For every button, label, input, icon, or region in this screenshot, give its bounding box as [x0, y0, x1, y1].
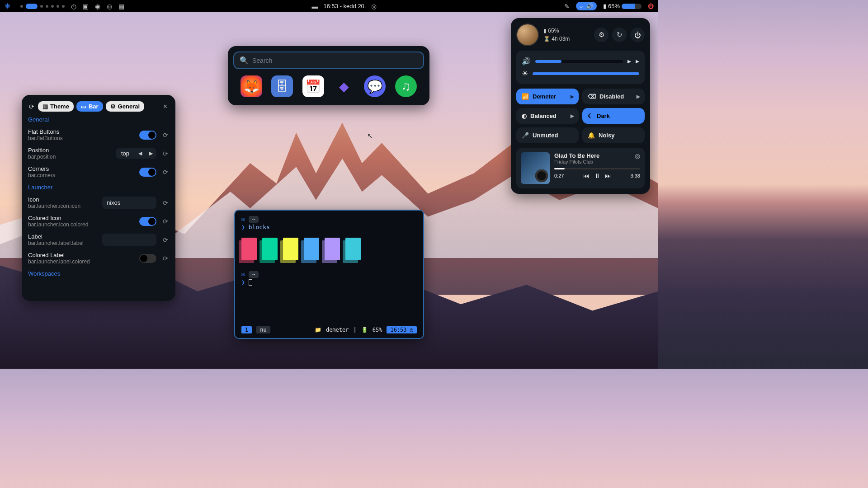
media-duration: 3:38	[631, 173, 640, 178]
battery-icon: ▮	[603, 3, 606, 9]
prev-track-icon[interactable]: ⏮	[583, 172, 590, 179]
reload-icon[interactable]: ⟳	[28, 103, 35, 110]
app-obsidian[interactable]: ◆	[333, 75, 355, 97]
chevron-right-icon: ▶	[571, 94, 574, 99]
play-pause-icon[interactable]: ⏸	[594, 172, 600, 179]
settings-button[interactable]: ⚙	[594, 28, 609, 42]
setting-icon: Icon bar.launcher.icon.icon ⟳	[22, 193, 175, 212]
reset-icon[interactable]: ⟳	[162, 255, 169, 262]
terminal-status-bar: 1 nu 📁demeter | 🔋 65% 16:53 ◷	[241, 326, 417, 333]
tab-bar[interactable]: ▭ Bar	[76, 101, 103, 112]
user-avatar[interactable]	[516, 23, 539, 46]
network-volume-pill[interactable]: ⌵ 🔊	[576, 2, 597, 10]
battery-icon: ▮	[543, 28, 547, 34]
workspace-dot[interactable]	[51, 5, 54, 8]
app-spotify[interactable]: ♫	[395, 75, 417, 97]
record-tray-icon[interactable]: ◉	[95, 3, 100, 10]
label-input[interactable]	[102, 234, 156, 246]
close-button[interactable]: ×	[160, 102, 171, 112]
notes-tray-icon[interactable]: ▤	[118, 3, 124, 10]
app-calendar[interactable]: 📅	[302, 75, 324, 97]
position-stepper[interactable]: top ◀ ▶	[116, 148, 156, 159]
setting-label: Label bar.launcher.label.label ⟳	[22, 230, 175, 249]
reset-icon[interactable]: ⟳	[162, 199, 169, 206]
cwd-badge: ~	[249, 216, 259, 223]
media-progress[interactable]	[554, 168, 640, 169]
brightness-slider[interactable]	[533, 72, 639, 75]
app-discord[interactable]: 💬	[364, 75, 386, 97]
workspace-dot[interactable]	[40, 5, 43, 8]
volume-slider-row: 🔊 ▶ ▶	[522, 55, 639, 67]
media-widget: Glad To Be Here Friday Pilots Club ◎ 0:2…	[516, 148, 645, 188]
tab-general[interactable]: ⚙ General	[106, 101, 144, 112]
status-time: 16:53 ◷	[387, 326, 417, 333]
workspace-dot-active[interactable]	[26, 4, 38, 9]
icon-input[interactable]	[102, 197, 156, 209]
battery-indicator[interactable]: ▮ 65%	[603, 3, 642, 9]
screenshot-tray-icon[interactable]: ▣	[83, 3, 89, 10]
power-button[interactable]: ⏻	[630, 28, 645, 42]
chevron-right-icon: ▶	[637, 94, 640, 99]
launcher-icon[interactable]: ❄	[5, 2, 10, 10]
search-input[interactable]	[252, 57, 418, 64]
app-files[interactable]: 🗄	[271, 75, 293, 97]
toggle-corners[interactable]	[139, 168, 156, 177]
power-profile-tile[interactable]: ◐ Balanced ▶	[516, 108, 579, 124]
bell-icon: 🔔	[588, 132, 595, 139]
clock-text[interactable]: 16:53 - kedd 20.	[324, 3, 366, 9]
media-indicator-icon[interactable]: ◎	[371, 3, 377, 10]
album-art[interactable]	[521, 152, 550, 184]
tab-index: 1	[241, 326, 252, 333]
workspace-dot[interactable]	[46, 5, 48, 8]
app-firefox[interactable]: 🦊	[241, 75, 262, 97]
brightness-icon: ☀	[522, 69, 528, 78]
step-next[interactable]: ▶	[146, 149, 156, 158]
notification-icon[interactable]: ▬	[312, 3, 318, 10]
color-picker-icon[interactable]: ✎	[564, 3, 570, 10]
setting-position: Position bar.position top ◀ ▶ ⟳	[22, 144, 175, 163]
logout-button[interactable]: ↻	[612, 28, 627, 42]
workspace-dot[interactable]	[62, 5, 65, 8]
tab-theme[interactable]: ▥ Theme	[38, 101, 74, 112]
gauge-icon: ◐	[522, 113, 527, 119]
reset-icon[interactable]: ⟳	[162, 150, 169, 157]
spotify-icon[interactable]: ◎	[635, 152, 640, 160]
step-prev[interactable]: ◀	[135, 149, 146, 158]
workspace-dot[interactable]	[20, 5, 23, 8]
reset-icon[interactable]: ⟳	[162, 169, 169, 176]
setting-corners: Corners bar.corners ⟳	[22, 163, 175, 181]
bluetooth-icon: ⌫	[588, 93, 596, 100]
power-icon[interactable]: ⏻	[648, 3, 654, 9]
setting-colored-label: Colored Label bar.launcher.label.colored…	[22, 249, 175, 267]
reset-icon[interactable]: ⟳	[162, 236, 169, 244]
media-title: Glad To Be Here	[554, 152, 599, 159]
toggle-colored-icon[interactable]	[139, 217, 156, 226]
reset-icon[interactable]: ⟳	[162, 218, 169, 225]
microphone-tile[interactable]: 🎤 Unmuted	[516, 127, 579, 143]
workspace-dot[interactable]	[57, 5, 59, 8]
volume-slider[interactable]	[535, 60, 623, 63]
dnd-tile[interactable]: 🔔 Noisy	[582, 127, 645, 143]
dark-mode-tile[interactable]: ☾ Dark	[582, 108, 645, 124]
search-box[interactable]: 🔍	[233, 52, 424, 69]
setting-flat-buttons: Flat Buttons bar.flatButtons ⟳	[22, 126, 175, 144]
nix-prompt-icon: ❄	[241, 216, 245, 223]
clock-tray-icon[interactable]: ◷	[71, 3, 76, 10]
toggle-flat-buttons[interactable]	[139, 131, 156, 140]
next-track-icon[interactable]: ⏭	[605, 172, 611, 179]
terminal-window[interactable]: ❄ ~ ❯ blocks ❄ ~ ❯ 1 nu 📁demeter | 🔋 65%…	[234, 210, 424, 339]
settings-panel: ⟳ ▥ Theme ▭ Bar ⚙ General × General Flat…	[22, 95, 175, 301]
time-icon: ⏳	[543, 36, 550, 42]
wifi-tile[interactable]: 📶 Demeter ▶	[516, 89, 579, 104]
workspace-indicator[interactable]	[20, 4, 65, 9]
section-workspaces: Workspaces	[22, 267, 175, 280]
toggle-colored-label[interactable]	[139, 254, 156, 263]
bluetooth-tile[interactable]: ⌫ Disabled ▶	[582, 89, 645, 104]
chevron-right-icon[interactable]: ▶	[627, 59, 631, 64]
chevron-right-icon[interactable]: ▶	[636, 59, 639, 64]
media-artist: Friday Pilots Club	[554, 159, 599, 164]
setting-colored-icon: Colored Icon bar.launcher.icon.colored ⟳	[22, 212, 175, 230]
app-launcher: 🔍 🦊 🗄 📅 ◆ 💬 ♫	[228, 46, 429, 105]
reset-icon[interactable]: ⟳	[162, 131, 169, 139]
spotify-tray-icon[interactable]: ◎	[107, 3, 112, 10]
